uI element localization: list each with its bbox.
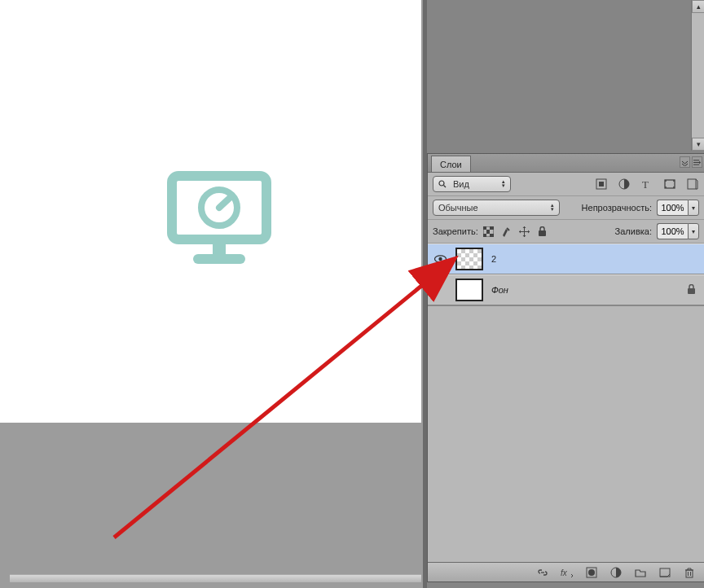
svg-text:fx: fx bbox=[561, 568, 568, 577]
filter-pixel-icon[interactable] bbox=[595, 178, 608, 191]
fill-label: Заливка: bbox=[615, 226, 652, 236]
svg-point-14 bbox=[665, 186, 667, 188]
filter-type-icon[interactable]: T bbox=[640, 178, 653, 191]
filter-smartobject-icon[interactable] bbox=[686, 178, 699, 191]
layer-style-button[interactable]: fx bbox=[561, 566, 574, 579]
panel-collapse-button[interactable] bbox=[680, 156, 690, 168]
lock-label: Закрепить: bbox=[433, 226, 478, 236]
filter-shape-icon[interactable] bbox=[663, 178, 676, 191]
opacity-label: Непрозрачность: bbox=[582, 203, 652, 213]
svg-rect-23 bbox=[539, 230, 546, 236]
layer-row[interactable]: Фон bbox=[428, 274, 704, 305]
lock-icon bbox=[687, 284, 696, 296]
delete-layer-button[interactable] bbox=[683, 566, 696, 579]
new-layer-button[interactable] bbox=[658, 566, 671, 579]
fill-dropdown-button[interactable] bbox=[688, 223, 699, 239]
panel-body: Вид ▴▾ T Обычные ▴▾ Непрозрачность: bbox=[428, 172, 704, 581]
layer-name[interactable]: Фон bbox=[491, 285, 508, 295]
fill-input[interactable] bbox=[657, 223, 688, 239]
svg-line-6 bbox=[444, 186, 447, 188]
svg-rect-20 bbox=[486, 230, 490, 234]
search-icon bbox=[438, 180, 447, 188]
svg-point-13 bbox=[673, 180, 675, 182]
svg-point-5 bbox=[439, 181, 444, 186]
scroll-down-button[interactable] bbox=[692, 138, 704, 151]
panel-footer: fx bbox=[428, 562, 704, 581]
blend-mode-value: Обычные bbox=[438, 203, 478, 213]
svg-rect-22 bbox=[490, 234, 494, 237]
filter-label: Вид bbox=[453, 179, 469, 189]
adjustment-layer-button[interactable] bbox=[609, 566, 623, 579]
svg-rect-21 bbox=[483, 234, 486, 237]
new-group-button[interactable] bbox=[634, 566, 647, 579]
svg-point-12 bbox=[665, 180, 667, 182]
svg-rect-8 bbox=[599, 182, 604, 186]
canvas-workspace[interactable] bbox=[0, 0, 423, 588]
tab-layers[interactable]: Слои bbox=[431, 156, 471, 172]
blend-mode-dropdown[interactable]: Обычные ▴▾ bbox=[433, 200, 560, 216]
panel-menu-button[interactable] bbox=[692, 156, 702, 168]
monitor-gauge-icon bbox=[167, 171, 273, 269]
scroll-up-button[interactable] bbox=[692, 0, 704, 13]
layers-panel: Слои Вид ▴▾ T bbox=[427, 153, 704, 582]
svg-rect-26 bbox=[688, 288, 695, 294]
lock-all-button[interactable] bbox=[537, 226, 548, 237]
lock-fill-row: Закрепить: Заливка: bbox=[428, 220, 704, 244]
lock-pixels-button[interactable] bbox=[501, 226, 513, 237]
lock-position-button[interactable] bbox=[519, 226, 530, 237]
opacity-dropdown-button[interactable] bbox=[688, 200, 699, 216]
layers-list: 2 Фон bbox=[428, 244, 704, 306]
svg-rect-18 bbox=[483, 226, 486, 230]
fill-field[interactable] bbox=[657, 223, 699, 239]
svg-point-25 bbox=[438, 257, 442, 261]
svg-line-2 bbox=[219, 197, 231, 208]
svg-rect-33 bbox=[686, 570, 693, 577]
opacity-input[interactable] bbox=[657, 200, 688, 216]
link-layers-button[interactable] bbox=[536, 566, 549, 579]
layers-empty-area[interactable] bbox=[428, 306, 704, 562]
svg-point-30 bbox=[588, 569, 595, 576]
svg-rect-4 bbox=[193, 254, 245, 264]
layer-filter-dropdown[interactable]: Вид ▴▾ bbox=[433, 176, 511, 192]
layer-name[interactable]: 2 bbox=[491, 254, 496, 264]
document-canvas[interactable] bbox=[0, 0, 421, 423]
svg-point-15 bbox=[673, 186, 675, 188]
canvas-bottom-scrollbar[interactable] bbox=[10, 574, 421, 582]
svg-text:T: T bbox=[642, 178, 649, 190]
lock-transparency-button[interactable] bbox=[483, 226, 495, 237]
layer-thumbnail[interactable] bbox=[455, 248, 483, 270]
layer-mask-button[interactable] bbox=[585, 566, 598, 579]
svg-rect-19 bbox=[490, 226, 494, 230]
right-scrollbar[interactable] bbox=[691, 0, 704, 151]
panel-tabbar: Слои bbox=[428, 154, 704, 172]
filter-adjustment-icon[interactable] bbox=[618, 178, 631, 191]
layer-thumbnail[interactable] bbox=[455, 279, 483, 301]
blend-opacity-row: Обычные ▴▾ Непрозрачность: bbox=[428, 196, 704, 220]
filter-row: Вид ▴▾ T bbox=[428, 173, 704, 196]
svg-rect-16 bbox=[688, 179, 696, 189]
layer-row[interactable]: 2 bbox=[428, 244, 704, 274]
opacity-field[interactable] bbox=[657, 200, 699, 216]
svg-rect-3 bbox=[213, 241, 226, 254]
visibility-toggle[interactable] bbox=[433, 255, 447, 263]
